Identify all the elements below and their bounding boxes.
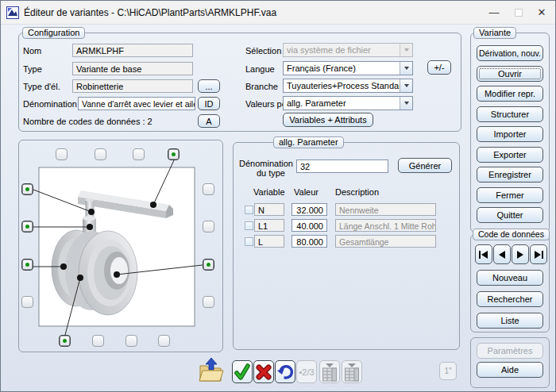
next-icon [516,251,524,259]
last-icon [534,251,543,259]
hotspot-top-4[interactable] [168,148,180,160]
param-checkbox[interactable] [245,206,253,214]
ouvrir-button[interactable]: Ouvrir [477,66,543,82]
data-code-legend: Code de données [473,229,550,240]
type-field: Variante de base [72,62,193,75]
hotspot-bottom-3[interactable] [125,335,137,347]
undo-arrow-icon [277,364,293,380]
hotspot-right-2[interactable] [203,221,214,233]
next-record-button[interactable] [512,244,529,264]
check-icon [234,363,250,381]
fermer-button[interactable]: Fermer [477,187,543,203]
variable-description-field: Gesamtlänge [335,235,436,248]
export-folder-icon[interactable] [198,357,225,383]
param-checkbox[interactable] [245,221,253,230]
exporter-button[interactable]: Exporter [477,147,543,163]
page-2-3-button: •2/3 [296,360,317,383]
variable-value-field[interactable]: 32.000 [292,203,327,216]
data-codes-count-label: Nombre de codes de données : 2 [23,117,153,126]
hotspot-bottom-1[interactable] [59,335,71,347]
variable-name-field: L1 [254,219,284,232]
cancel-button[interactable] [253,360,274,383]
generer-button[interactable]: Générer [398,158,452,173]
first-record-button[interactable] [475,244,492,264]
last-record-button[interactable] [530,244,547,264]
rechercher-button[interactable]: Rechercher [477,291,543,307]
type-el-label: Type d'él. [23,82,60,91]
langue-dropdown[interactable]: Français (France) [283,61,413,75]
valeurs-pour-dropdown[interactable]: allg. Parameter [283,96,413,110]
variables-attributs-button[interactable]: Variables + Attributs [283,113,373,127]
valve-3d-preview [18,140,223,352]
nouveau-button[interactable]: Nouveau [477,270,543,286]
hotspot-right-4[interactable] [203,296,214,308]
variable-description-field: Nennweite [335,203,436,216]
liste-button[interactable]: Liste [477,313,543,329]
denom-type-field[interactable]: 32 [296,159,388,173]
minimize-button[interactable]: — [482,1,506,24]
param-checkbox[interactable] [245,237,253,246]
col-description: Description [335,187,379,197]
id-button[interactable]: ID [198,97,220,110]
type-el-field: Robinetterie [72,79,193,93]
structurer-button[interactable]: Structurer [477,106,543,122]
window-title: Éditeur de variantes - C:\HiCAD\PlantPar… [24,7,276,18]
hotspot-top-1[interactable] [56,148,68,160]
apply-button[interactable] [232,360,253,383]
maximize-button [507,1,531,24]
plus-minus-button[interactable]: +/- [427,60,451,75]
chevron-down-icon[interactable] [400,62,412,75]
maximize-icon [515,9,523,17]
green-dot-icon [25,225,29,229]
denom-type-label-1: Dénomination [239,159,285,168]
table-1-button [319,360,340,383]
derivation-nouv-button[interactable]: Dérivation, nouv. [477,45,543,61]
selection-dropdown: via système de fichier [283,43,413,57]
browse-button[interactable]: ... [198,79,220,93]
col-variable: Variable [253,187,285,197]
hotspot-bottom-4[interactable] [158,335,170,347]
inch-button: 1" [439,362,457,380]
hotspot-left-4[interactable] [21,296,33,308]
a-button[interactable]: A [198,114,220,128]
previous-icon [498,251,506,259]
hotspot-top-2[interactable] [95,148,106,160]
denom-type-label-2: du type [239,168,285,178]
variable-value-field[interactable]: 40.000 [292,219,327,232]
denomination-field[interactable]: Vanne d'arrêt avec levier et ailes [78,97,195,110]
col-valeur: Valeur [294,187,319,197]
variable-description-field: Länge Anschl. 1 Mitte Rohr 5 [335,219,436,232]
hotspot-top-3[interactable] [133,148,145,160]
enregistrer-button[interactable]: Enregistrer [477,167,543,183]
type-label: Type [23,64,42,74]
variable-value-field[interactable]: 80.000 [292,235,327,248]
nom-field: ARMKLPHF [72,44,193,57]
hotspot-left-3[interactable] [21,259,33,271]
parameter-legend: allg. Parameter [273,136,344,148]
titlebar: Éditeur de variantes - C:\HiCAD\PlantPar… [1,1,555,25]
quitter-button[interactable]: Quitter [477,207,543,223]
langue-label: Langue [245,64,275,74]
branche-dropdown[interactable]: Tuyauteries+Process Standard [283,79,413,93]
hotspot-right-1[interactable] [203,183,214,195]
undo-button[interactable] [275,360,295,383]
chevron-down-icon[interactable] [400,97,412,110]
first-icon [479,251,488,259]
hotspot-left-2[interactable] [21,221,33,233]
variant-editor-window: Éditeur de variantes - C:\HiCAD\PlantPar… [0,0,556,392]
hotspot-right-3[interactable] [203,259,214,271]
selection-label: Sélection [245,46,281,56]
table-icon [321,363,338,382]
previous-record-button[interactable] [493,244,511,264]
hotspot-left-1[interactable] [21,183,33,195]
close-button[interactable]: ✕ [530,1,554,24]
hotspot-bottom-2[interactable] [92,335,104,347]
importer-button[interactable]: Importer [477,126,543,142]
modifier-repr-button[interactable]: Modifier repr. [477,86,543,102]
aide-button[interactable]: Aide [477,362,543,378]
chevron-down-icon[interactable] [400,79,412,92]
table-2-button [342,360,362,383]
green-dot-icon [172,152,176,156]
green-dot-icon [25,263,29,267]
chevron-down-icon [400,44,412,56]
